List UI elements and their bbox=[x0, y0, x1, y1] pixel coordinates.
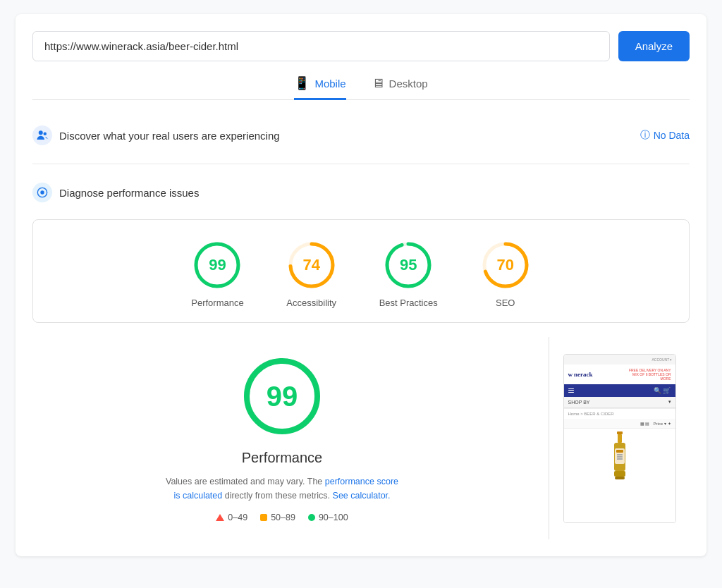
svg-rect-19 bbox=[616, 450, 623, 453]
legend-square-icon bbox=[260, 514, 267, 521]
detail-section: 99 Performance Values are estimated and … bbox=[32, 337, 690, 539]
detail-title: Performance bbox=[242, 450, 323, 466]
preview-shopby: SHOP BY ▾ bbox=[564, 397, 675, 408]
preview-logo-w: w bbox=[568, 371, 573, 378]
score-value-seo: 70 bbox=[497, 256, 514, 274]
legend-dot-icon bbox=[308, 514, 315, 521]
legend-item-medium: 50–89 bbox=[260, 513, 295, 522]
no-data-link[interactable]: ⓘ No Data bbox=[640, 129, 690, 142]
calculator-link[interactable]: See calculator. bbox=[333, 491, 391, 501]
svg-point-3 bbox=[40, 190, 44, 194]
score-label-best-practices: Best Practices bbox=[379, 298, 438, 308]
score-value-accessibility: 74 bbox=[302, 256, 319, 274]
svg-rect-23 bbox=[614, 471, 625, 477]
score-label-accessibility: Accessibility bbox=[286, 298, 336, 308]
score-label-seo: SEO bbox=[496, 298, 515, 308]
tab-mobile[interactable]: 📱 Mobile bbox=[294, 75, 345, 100]
legend-range-good: 90–100 bbox=[319, 513, 348, 522]
score-item-performance[interactable]: 99 Performance bbox=[191, 240, 243, 308]
svg-point-0 bbox=[39, 130, 43, 135]
svg-rect-24 bbox=[615, 477, 625, 479]
score-label-performance: Performance bbox=[191, 298, 243, 308]
big-score-circle: 99 bbox=[240, 354, 324, 439]
detail-description: Values are estimated and may vary. The p… bbox=[162, 474, 402, 503]
svg-rect-20 bbox=[617, 454, 623, 455]
tabs-row: 📱 Mobile 🖥 Desktop bbox=[32, 75, 690, 100]
analyze-button[interactable]: Analyze bbox=[618, 31, 690, 61]
preview-bottle-svg bbox=[610, 431, 630, 481]
tab-desktop[interactable]: 🖥 Desktop bbox=[372, 75, 428, 100]
preview-logo-text: nerack bbox=[574, 371, 593, 378]
legend-item-good: 90–100 bbox=[308, 513, 348, 522]
big-score-value: 99 bbox=[267, 381, 298, 412]
legend-row: 0–49 50–89 90–100 bbox=[216, 513, 348, 522]
svg-rect-21 bbox=[617, 456, 623, 458]
preview-breadcrumb: Home > BEER & CIDER bbox=[564, 409, 675, 419]
preview-product-area bbox=[564, 429, 675, 522]
score-item-accessibility[interactable]: 74 Accessibility bbox=[286, 240, 337, 308]
diagnose-title: Diagnose performance issues bbox=[59, 187, 199, 199]
score-item-best-practices[interactable]: 95 Best Practices bbox=[379, 240, 438, 308]
score-circle-best-practices: 95 bbox=[383, 240, 434, 290]
website-preview: ACCOUNT ▾ w nerack FREE DELIVERY ON ANY … bbox=[563, 354, 676, 523]
url-bar-row: Analyze bbox=[32, 31, 690, 61]
score-circle-performance: 99 bbox=[192, 240, 243, 290]
preview-search-cart: 🔍 🛒 bbox=[654, 387, 671, 394]
legend-item-bad: 0–49 bbox=[216, 513, 247, 522]
svg-rect-22 bbox=[617, 458, 623, 460]
url-input[interactable] bbox=[32, 31, 610, 61]
preview-hamburger-icon bbox=[568, 388, 574, 393]
legend-range-bad: 0–49 bbox=[228, 513, 247, 522]
real-users-icon bbox=[32, 125, 52, 145]
real-users-title: Discover what your real users are experi… bbox=[59, 130, 280, 142]
detail-right: ACCOUNT ▾ w nerack FREE DELIVERY ON ANY … bbox=[549, 337, 690, 539]
info-icon: ⓘ bbox=[640, 129, 650, 142]
diagnose-header: Diagnose performance issues bbox=[32, 174, 690, 211]
svg-point-1 bbox=[44, 133, 47, 136]
score-item-seo[interactable]: 70 SEO bbox=[480, 240, 531, 308]
real-users-section: Discover what your real users are experi… bbox=[32, 117, 690, 164]
detail-left: 99 Performance Values are estimated and … bbox=[32, 337, 532, 539]
score-circle-accessibility: 74 bbox=[286, 240, 337, 290]
legend-range-medium: 50–89 bbox=[271, 513, 295, 522]
preview-announcement: ACCOUNT ▾ bbox=[564, 355, 675, 365]
preview-filters: ▦ ▤ Price ▾ ✦ bbox=[564, 419, 675, 429]
diagnose-icon bbox=[32, 183, 52, 202]
preview-nav: 🔍 🛒 bbox=[564, 384, 675, 397]
legend-triangle-icon bbox=[216, 514, 224, 521]
svg-rect-14 bbox=[617, 431, 623, 434]
score-value-best-practices: 95 bbox=[400, 256, 417, 274]
score-value-performance: 99 bbox=[209, 256, 226, 274]
tab-desktop-label: Desktop bbox=[389, 78, 428, 90]
svg-rect-15 bbox=[618, 434, 622, 443]
no-data-label: No Data bbox=[654, 130, 690, 141]
score-circle-seo: 70 bbox=[480, 240, 531, 290]
desktop-icon: 🖥 bbox=[372, 76, 384, 91]
preview-promo: FREE DELIVERY ON ANY MIX OF 6 BOTTLES OR… bbox=[629, 368, 671, 381]
preview-logo-area: w nerack FREE DELIVERY ON ANY MIX OF 6 B… bbox=[564, 365, 675, 384]
mobile-icon: 📱 bbox=[294, 75, 310, 91]
real-users-header: Discover what your real users are experi… bbox=[32, 117, 280, 154]
scores-card: 99 Performance 74 Accessibility bbox=[32, 219, 690, 323]
tab-mobile-label: Mobile bbox=[314, 78, 345, 90]
page-wrapper: Analyze 📱 Mobile 🖥 Desktop Discover what… bbox=[16, 14, 706, 556]
